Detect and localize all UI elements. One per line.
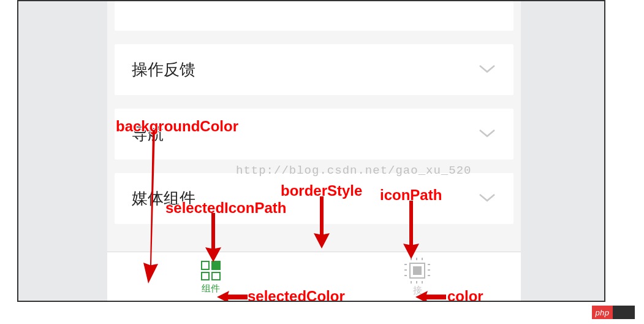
chip-icon [406,259,429,282]
annotation-backgroundColor: backgroundColor [116,118,238,135]
list-item-label: 操作反馈 [132,59,195,80]
annotation-selectedColor: selectedColor [248,288,345,302]
annotation-iconPath: iconPath [380,187,442,204]
php-badge: php [592,306,635,319]
watermark: http://blog.csdn.net/gao_xu_520 [236,164,471,177]
annotated-screenshot-frame: 操作反馈 导航 媒体组件 [17,0,605,302]
grid-icon [201,261,221,280]
list-item-blank[interactable] [115,1,513,31]
annotation-selectedIconPath: selectedIconPath [165,199,286,217]
php-badge-label: php [592,306,613,319]
phone-content-area: 操作反馈 导航 媒体组件 [107,1,521,302]
tab-item-api[interactable]: 接 [314,252,521,302]
chevron-down-icon [478,192,496,206]
annotation-color: color [447,288,483,302]
tab-label: 组件 [202,283,220,295]
chevron-down-icon [478,128,496,141]
tab-label: 接 [413,285,422,296]
annotation-borderStyle: borderStyle [281,182,362,199]
list-item-feedback[interactable]: 操作反馈 [115,44,513,95]
chevron-down-icon [478,63,496,77]
